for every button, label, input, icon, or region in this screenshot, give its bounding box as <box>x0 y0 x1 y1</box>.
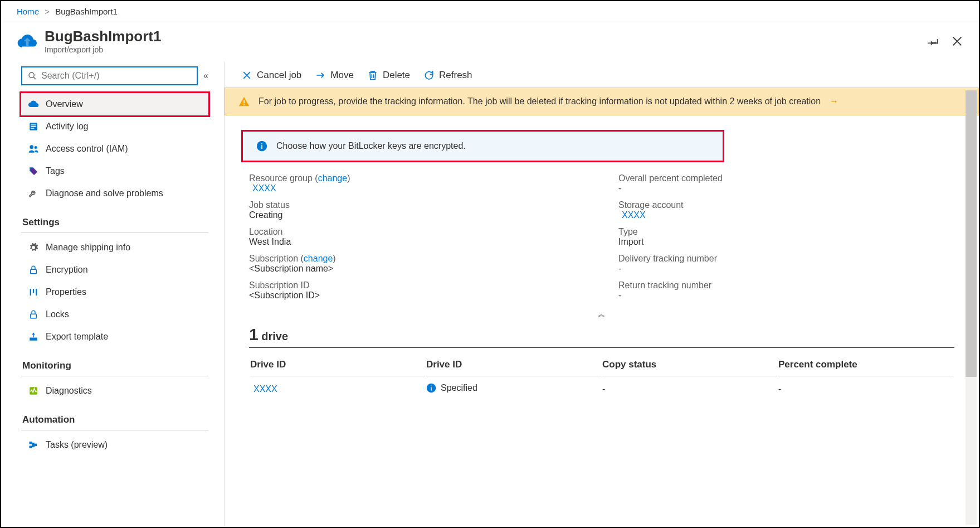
info-banner[interactable]: Choose how your BitLocker keys are encry… <box>241 130 724 162</box>
sidebar-item-label: Export template <box>46 332 108 342</box>
sidebar-item-label: Properties <box>46 287 86 297</box>
svg-point-5 <box>30 145 33 149</box>
sidebar-item-diagnose[interactable]: Diagnose and solve problems <box>21 182 208 205</box>
breadcrumb: Home > BugBashImport1 <box>1 1 979 22</box>
sidebar-item-label: Tags <box>46 166 65 176</box>
sidebar: « Overview Activity log Access control (… <box>1 62 224 526</box>
subscription-label: Subscription (change) <box>249 254 585 264</box>
storage-account-label: Storage account <box>618 200 954 210</box>
refresh-icon <box>423 70 435 81</box>
sidebar-item-export-template[interactable]: Export template <box>21 326 208 348</box>
drive-id2-value: Specified <box>441 383 477 393</box>
drive-id-link[interactable]: XXXX <box>250 384 277 394</box>
sidebar-item-overview[interactable]: Overview <box>21 93 208 115</box>
pin-icon[interactable] <box>928 35 940 47</box>
change-resource-group-link[interactable]: change <box>318 173 348 183</box>
svg-rect-12 <box>30 446 32 449</box>
main-content: Cancel job Move Delete Refresh For j <box>224 62 979 526</box>
sidebar-item-label: Tasks (preview) <box>46 440 108 450</box>
sidebar-section-monitoring: Monitoring <box>21 348 208 376</box>
svg-rect-2 <box>31 124 36 125</box>
collapse-sidebar-icon[interactable]: « <box>203 71 208 81</box>
svg-rect-4 <box>31 128 35 129</box>
sidebar-item-label: Diagnose and solve problems <box>46 188 163 198</box>
resource-group-value[interactable]: XXXX <box>249 183 585 193</box>
tasks-icon <box>28 439 39 451</box>
warning-banner[interactable]: For job to progress, provide the trackin… <box>225 88 979 115</box>
sidebar-item-label: Manage shipping info <box>46 243 130 253</box>
drives-heading: 1 drive <box>249 325 954 348</box>
job-status-label: Job status <box>249 200 585 210</box>
warning-icon <box>238 96 250 107</box>
sidebar-item-access-control[interactable]: Access control (IAM) <box>21 138 208 160</box>
percent-completed-value: - <box>618 183 954 193</box>
delete-button[interactable]: Delete <box>367 70 410 81</box>
search-input[interactable] <box>21 66 198 85</box>
resource-group-label: Resource group (change) <box>249 173 585 183</box>
arrow-right-icon <box>315 70 326 81</box>
sidebar-item-encryption[interactable]: Encryption <box>21 259 208 281</box>
page-title: BugBashImport1 <box>45 28 161 45</box>
scrollbar[interactable] <box>966 90 977 525</box>
breadcrumb-home[interactable]: Home <box>17 7 39 16</box>
page-header: BugBashImport1 Import/export job <box>1 22 979 62</box>
drives-table: Drive ID Drive ID Copy status Percent co… <box>249 352 954 402</box>
page-subtitle: Import/export job <box>45 45 161 54</box>
sliders-icon <box>28 287 39 298</box>
svg-rect-8 <box>31 314 37 318</box>
sidebar-item-diagnostics[interactable]: Diagnostics <box>21 380 208 402</box>
search-icon <box>28 71 37 80</box>
delivery-tracking-label: Delivery tracking number <box>618 254 954 264</box>
breadcrumb-current: BugBashImport1 <box>55 7 118 16</box>
sidebar-item-tasks[interactable]: Tasks (preview) <box>21 434 208 456</box>
diagnostics-icon <box>28 385 39 396</box>
svg-rect-13 <box>35 444 37 447</box>
sidebar-item-tags[interactable]: Tags <box>21 160 208 182</box>
table-row[interactable]: XXXX Specified - - <box>250 377 953 401</box>
trash-icon <box>367 70 378 81</box>
refresh-button[interactable]: Refresh <box>423 70 472 81</box>
people-icon <box>28 143 39 154</box>
change-subscription-link[interactable]: change <box>304 254 333 263</box>
return-tracking-value: - <box>618 290 954 301</box>
toolbar: Cancel job Move Delete Refresh <box>225 62 979 88</box>
sidebar-item-label: Encryption <box>46 265 88 275</box>
svg-rect-11 <box>30 442 32 444</box>
subscription-value: <Subscription name> <box>249 264 585 274</box>
type-label: Type <box>618 227 954 237</box>
svg-rect-3 <box>31 126 36 127</box>
sidebar-item-label: Access control (IAM) <box>46 144 128 154</box>
sidebar-item-locks[interactable]: Locks <box>21 303 208 326</box>
percent-completed-label: Overall percent completed <box>618 173 954 183</box>
cloud-icon <box>28 99 39 110</box>
sidebar-section-automation: Automation <box>21 402 208 430</box>
col-percent-complete[interactable]: Percent complete <box>778 353 953 376</box>
sidebar-item-label: Activity log <box>46 122 88 132</box>
svg-point-6 <box>35 146 37 149</box>
move-button[interactable]: Move <box>315 70 354 81</box>
breadcrumb-sep: > <box>45 7 50 16</box>
sidebar-item-shipping[interactable]: Manage shipping info <box>21 236 208 259</box>
storage-account-value[interactable]: XXXX <box>618 210 954 220</box>
export-icon <box>28 331 39 342</box>
wrench-icon <box>28 188 39 199</box>
lock-icon <box>28 264 39 275</box>
delivery-tracking-value: - <box>618 264 954 274</box>
sidebar-item-activity-log[interactable]: Activity log <box>21 115 208 138</box>
info-icon <box>256 141 267 152</box>
close-icon[interactable] <box>951 35 963 47</box>
svg-rect-9 <box>30 338 37 341</box>
cancel-job-button[interactable]: Cancel job <box>241 70 301 81</box>
svg-point-0 <box>29 72 34 77</box>
location-value: West India <box>249 237 585 247</box>
properties-grid: Resource group (change) XXXX Job status … <box>249 173 954 307</box>
col-copy-status[interactable]: Copy status <box>602 353 777 376</box>
sidebar-item-properties[interactable]: Properties <box>21 281 208 303</box>
col-drive-id[interactable]: Drive ID <box>250 353 425 376</box>
collapse-properties-icon[interactable]: ︽ <box>249 309 954 319</box>
location-label: Location <box>249 227 585 237</box>
return-tracking-label: Return tracking number <box>618 280 954 290</box>
copy-status-value: - <box>602 377 777 401</box>
col-drive-id-2[interactable]: Drive ID <box>426 353 601 376</box>
svg-rect-7 <box>31 269 37 274</box>
